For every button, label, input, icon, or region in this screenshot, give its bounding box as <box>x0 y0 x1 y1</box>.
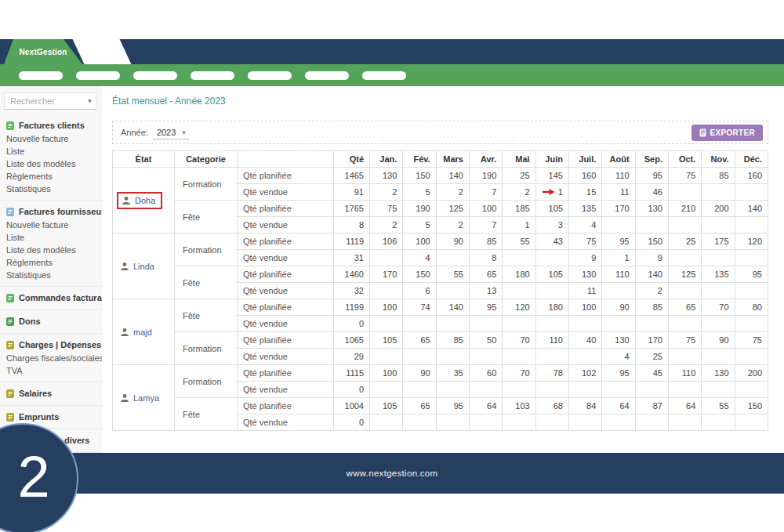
sidebar-section-title[interactable]: Factures fournisseur <box>6 204 96 219</box>
month-value-cell: 2 <box>370 184 403 201</box>
search-select[interactable]: ▾ <box>4 92 96 110</box>
month-value-cell <box>503 250 535 266</box>
column-header: Categorie <box>175 151 238 168</box>
month-value-cell <box>702 250 735 266</box>
sidebar-item[interactable]: Liste des modèles <box>6 157 96 170</box>
qty-total-cell: 1465 <box>334 168 370 184</box>
person-name: majd <box>133 328 152 337</box>
month-value-cell: 40 <box>568 332 601 349</box>
month-value-cell <box>469 414 502 431</box>
month-value-cell: 25 <box>635 349 668 365</box>
metric-label-cell: Qté planifiée <box>238 168 334 184</box>
table-row: FêteQté planifiée14601701505565180105130… <box>113 266 768 283</box>
person-cell[interactable]: majd <box>117 325 158 339</box>
month-value-cell: 210 <box>668 201 701 217</box>
month-value-cell: 50 <box>469 332 502 349</box>
month-value-cell: 190 <box>403 201 436 217</box>
month-value-cell: 180 <box>535 299 568 316</box>
table-row: LamyaFormationQté planifiée1115100903560… <box>113 365 768 382</box>
month-value-cell: 13 <box>469 283 502 299</box>
month-value-cell: 80 <box>735 299 768 316</box>
month-value-cell <box>735 250 768 266</box>
exporter-button[interactable]: EXPORTER <box>691 125 763 141</box>
sidebar-item[interactable]: TVA <box>6 364 96 377</box>
column-header: Juin <box>535 151 568 168</box>
month-value-cell: 120 <box>735 233 768 250</box>
column-header: Mai <box>503 151 535 168</box>
page-title: État mensuel - Année 2023 <box>112 96 226 107</box>
month-value-cell <box>735 382 768 398</box>
main-nav-bar <box>0 64 784 86</box>
filter-bar: Année: 2023 ▾ EXPORTER <box>112 121 768 144</box>
month-value-cell <box>535 414 568 431</box>
sidebar-section-title[interactable]: Emprunts <box>6 410 96 424</box>
sidebar-item[interactable]: Nouvelle facture <box>6 132 96 145</box>
column-header: Nov. <box>702 151 735 168</box>
month-value-cell: 70 <box>503 365 535 382</box>
month-value-cell: 4 <box>568 217 601 233</box>
sidebar-item[interactable]: Liste <box>6 145 96 157</box>
year-select[interactable]: 2023 ▾ <box>153 126 189 139</box>
metric-label-cell: Qté vendue <box>238 349 334 365</box>
month-value-cell: 64 <box>668 398 701 414</box>
sidebar-item[interactable]: Statistiques <box>6 269 96 281</box>
sidebar-section-title[interactable]: Dons <box>6 314 96 328</box>
sidebar-item[interactable]: Nouvelle facture <box>6 219 96 231</box>
nav-menu-pill[interactable] <box>76 71 120 80</box>
qty-total-cell: 0 <box>334 414 370 431</box>
month-value-cell: 95 <box>635 168 668 184</box>
report-table-body: DohaFormationQté planifiée14651301501401… <box>113 168 768 431</box>
nav-menu-pill[interactable] <box>305 71 349 80</box>
sidebar-section-title[interactable]: Factures clients <box>6 118 96 132</box>
qty-total-cell: 32 <box>334 283 370 299</box>
nav-menu-pill[interactable] <box>362 71 406 80</box>
month-value-cell <box>503 316 535 332</box>
sidebar-section-title[interactable]: Commandes factura... <box>6 291 96 305</box>
column-header: Sep. <box>635 151 668 168</box>
month-value-cell: 5 <box>403 217 436 233</box>
nav-menu-pill[interactable] <box>19 71 63 80</box>
person-cell[interactable]: Lamya <box>117 391 165 405</box>
person-cell-highlighted[interactable]: Doha <box>117 192 162 209</box>
sidebar-item[interactable]: Liste des modèles <box>6 244 96 256</box>
search-input[interactable] <box>5 93 96 109</box>
column-header: Avr. <box>469 151 502 168</box>
year-label: Année: <box>121 128 148 137</box>
month-value-cell: 90 <box>403 365 436 382</box>
sidebar-item[interactable]: Liste <box>6 231 96 244</box>
month-value-cell: 6 <box>403 283 436 299</box>
month-value-cell: 100 <box>370 365 403 382</box>
person-cell[interactable]: Linda <box>117 259 160 273</box>
metric-label-cell: Qté vendue <box>238 217 334 233</box>
category-cell: Formation <box>175 233 238 266</box>
person-name: Lamya <box>133 393 159 403</box>
month-value-cell: 2 <box>503 184 535 201</box>
document-icon <box>6 294 14 302</box>
nav-menu-pill[interactable] <box>133 71 177 80</box>
nav-menu-pill[interactable] <box>248 71 292 80</box>
brand-logo-tab[interactable]: NextGestion <box>4 39 82 64</box>
document-icon <box>6 389 14 398</box>
month-value-cell <box>602 283 635 299</box>
sidebar-item[interactable]: Statistiques <box>6 183 96 195</box>
qty-total-cell: 31 <box>334 250 370 266</box>
month-value-cell: 120 <box>503 299 535 316</box>
month-value-cell <box>436 283 469 299</box>
sidebar-section-title[interactable]: Salaires <box>6 386 96 400</box>
month-value-cell: 68 <box>535 398 568 414</box>
month-value-cell <box>370 349 403 365</box>
sidebar-item[interactable]: Règlements <box>6 170 96 183</box>
application-window: NextGestion ▾ Factures clientsNouvelle f… <box>0 0 784 532</box>
category-cell: Formation <box>175 168 238 201</box>
month-value-cell: 190 <box>469 168 502 184</box>
month-value-cell: 130 <box>702 365 735 382</box>
month-value-cell <box>469 349 502 365</box>
sidebar-section-title[interactable]: Charges | Dépenses... <box>6 338 96 352</box>
sidebar-item[interactable]: Charges fiscales/sociales <box>6 352 96 364</box>
sidebar-item[interactable]: Règlements <box>6 256 96 269</box>
table-row: DohaFormationQté planifiée14651301501401… <box>113 168 768 184</box>
month-value-cell: 140 <box>436 299 469 316</box>
month-value-cell <box>568 316 601 332</box>
month-value-cell: 4 <box>602 349 635 365</box>
nav-menu-pill[interactable] <box>191 71 234 80</box>
